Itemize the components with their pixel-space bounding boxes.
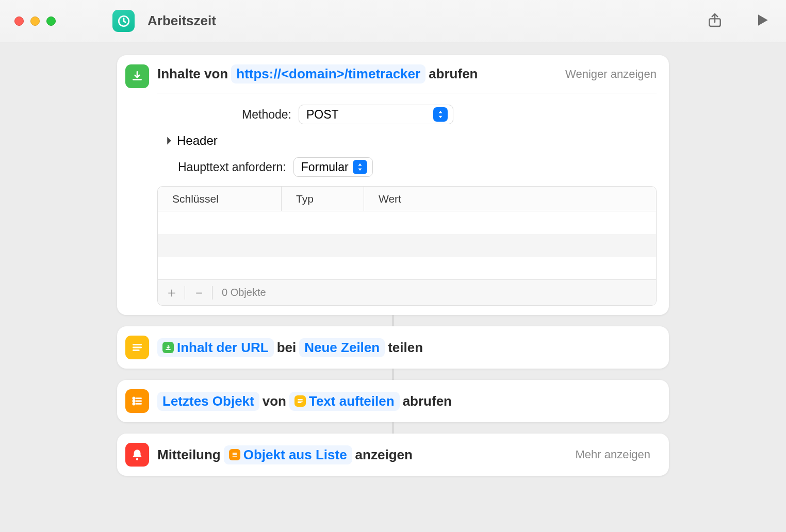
action-label-mid: bei xyxy=(277,340,297,356)
action-label-prefix: Inhalte von xyxy=(157,66,228,82)
body-type-select[interactable]: Formular xyxy=(293,157,373,177)
url-token[interactable]: https://<domain>/timetracker xyxy=(231,64,425,84)
show-less-toggle[interactable]: Weniger anzeigen xyxy=(565,68,657,81)
workflow-canvas: Inhalte von https://<domain>/timetracker… xyxy=(0,42,786,476)
chevron-up-down-icon xyxy=(433,107,448,122)
connector xyxy=(392,369,394,380)
traffic-lights xyxy=(14,16,56,26)
text-lines-icon xyxy=(125,336,149,359)
table-row[interactable] xyxy=(158,211,656,234)
table-header-value: Wert xyxy=(364,193,656,205)
action-label-suffix: abrufen xyxy=(429,66,478,82)
list-icon xyxy=(125,389,149,413)
action-label-suffix: abrufen xyxy=(403,393,452,409)
connector xyxy=(392,315,394,326)
action-label-suffix: teilen xyxy=(388,340,423,356)
method-select[interactable]: POST xyxy=(299,105,453,124)
request-body-label: Haupttext anfordern: xyxy=(157,160,286,174)
action-get-item-from-list[interactable]: Letztes Objekt von Text aufteilen abrufe… xyxy=(117,380,669,422)
table-header-type: Typ xyxy=(282,187,364,211)
remove-row-button[interactable]: － xyxy=(192,284,205,302)
titlebar: Arbeitszeit xyxy=(0,0,786,42)
variable-token-list-item[interactable]: Objekt aus Liste xyxy=(224,445,352,464)
object-count: 0 Objekte xyxy=(222,287,266,298)
window-title: Arbeitszeit xyxy=(148,13,216,29)
list-icon xyxy=(229,449,240,460)
svg-point-4 xyxy=(133,403,135,405)
action-show-notification[interactable]: Mitteilung Objekt aus Liste anzeigen Meh… xyxy=(117,434,669,476)
action-label-prefix: Mitteilung xyxy=(157,447,221,463)
close-window-button[interactable] xyxy=(14,16,24,26)
separator xyxy=(212,286,212,300)
share-icon[interactable] xyxy=(707,12,723,30)
separator-token[interactable]: Neue Zeilen xyxy=(299,338,385,357)
run-icon[interactable] xyxy=(754,12,771,30)
action-label-suffix: anzeigen xyxy=(355,447,413,463)
header-disclosure[interactable]: Header xyxy=(157,134,657,148)
table-header-key: Schlüssel xyxy=(158,187,282,211)
svg-point-3 xyxy=(133,400,135,402)
add-row-button[interactable]: ＋ xyxy=(165,284,177,302)
minimize-window-button[interactable] xyxy=(30,16,40,26)
svg-point-2 xyxy=(133,397,135,399)
table-row[interactable] xyxy=(158,234,656,257)
divider xyxy=(157,93,657,93)
variable-token-url-content[interactable]: Inhalt der URL xyxy=(157,338,274,357)
table-row[interactable] xyxy=(158,257,656,279)
form-data-table: Schlüssel Typ Wert ＋ － 0 Objekte xyxy=(157,186,657,306)
separator xyxy=(185,286,185,300)
action-get-url-contents[interactable]: Inhalte von https://<domain>/timetracker… xyxy=(117,55,669,315)
bell-icon xyxy=(125,443,149,467)
maximize-window-button[interactable] xyxy=(46,16,56,26)
shortcut-app-icon xyxy=(112,10,135,32)
method-label: Methode: xyxy=(157,108,291,122)
show-more-toggle[interactable]: Mehr anzeigen xyxy=(575,448,650,461)
variable-token-split-text[interactable]: Text aufteilen xyxy=(289,392,400,411)
action-label-mid: von xyxy=(263,393,286,409)
download-icon xyxy=(125,64,149,88)
action-split-text[interactable]: Inhalt der URL bei Neue Zeilen teilen xyxy=(117,326,669,369)
chevron-up-down-icon xyxy=(353,160,367,174)
connector xyxy=(392,422,394,434)
text-lines-icon xyxy=(294,395,306,407)
selector-token[interactable]: Letztes Objekt xyxy=(157,392,259,411)
svg-point-5 xyxy=(136,458,138,460)
download-icon xyxy=(162,342,174,353)
